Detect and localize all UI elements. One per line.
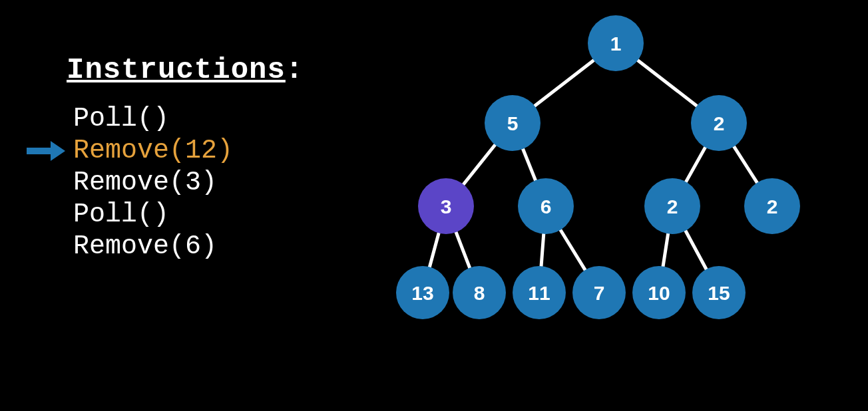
tree-node-value: 13 — [411, 282, 433, 304]
instruction-row: Poll() — [73, 199, 233, 231]
tree-node-value: 15 — [708, 282, 730, 304]
tree-edge — [541, 234, 544, 266]
tree-edge — [638, 61, 697, 106]
tree-node: 5 — [485, 95, 541, 151]
tree-node-value: 6 — [541, 196, 552, 217]
svg-marker-14 — [51, 141, 65, 161]
tree-node-value: 5 — [507, 112, 519, 134]
tree-node-value: 2 — [767, 196, 778, 217]
tree-node: 2 — [744, 178, 800, 234]
tree-node: 6 — [518, 178, 574, 234]
tree-node: 15 — [692, 266, 746, 319]
tree-edge — [686, 231, 706, 269]
instruction-row: Remove(6) — [73, 231, 233, 263]
tree-node-value: 2 — [714, 112, 725, 134]
tree-node: 1 — [588, 15, 644, 71]
tree-node: 2 — [644, 178, 700, 234]
tree-node: 7 — [572, 266, 626, 319]
tree-node-value: 7 — [594, 282, 605, 304]
instruction-row: Remove(12) — [73, 135, 233, 167]
instruction-row: Remove(3) — [73, 167, 233, 199]
tree-edge — [686, 148, 706, 182]
tree-node-value: 1 — [610, 33, 622, 55]
tree-edge — [560, 230, 585, 270]
instructions-heading-underlined: Instructions — [67, 53, 286, 86]
tree-node: 2 — [691, 95, 747, 151]
current-instruction-arrow-icon — [25, 135, 65, 167]
tree-edge — [429, 233, 439, 267]
tree-node: 8 — [453, 266, 506, 319]
tree-edge — [535, 61, 594, 106]
tree-node: 11 — [513, 266, 566, 319]
tree-node-value: 2 — [667, 196, 678, 217]
tree-edge — [456, 232, 470, 267]
tree-edge — [523, 149, 536, 180]
tree-node-value: 8 — [474, 282, 485, 304]
tree-node: 10 — [632, 266, 686, 319]
instructions-heading-suffix: : — [286, 53, 304, 86]
tree-node-value: 3 — [441, 196, 452, 217]
diagram-stage: Instructions: Poll()Remove(12)Remove(3)P… — [0, 0, 868, 411]
instructions-heading: Instructions: — [67, 53, 304, 86]
tree-edge — [663, 234, 668, 267]
tree-node-value: 11 — [528, 282, 550, 304]
heap-tree: 15236221381171015 — [346, 7, 852, 352]
instructions-list: Poll()Remove(12)Remove(3)Poll()Remove(6) — [73, 103, 233, 263]
instruction-row: Poll() — [73, 103, 233, 135]
tree-node: 3 — [418, 178, 474, 234]
tree-edge — [463, 145, 495, 184]
tree-node: 13 — [396, 266, 449, 319]
tree-edge — [734, 146, 758, 182]
tree-node-value: 10 — [648, 282, 670, 304]
